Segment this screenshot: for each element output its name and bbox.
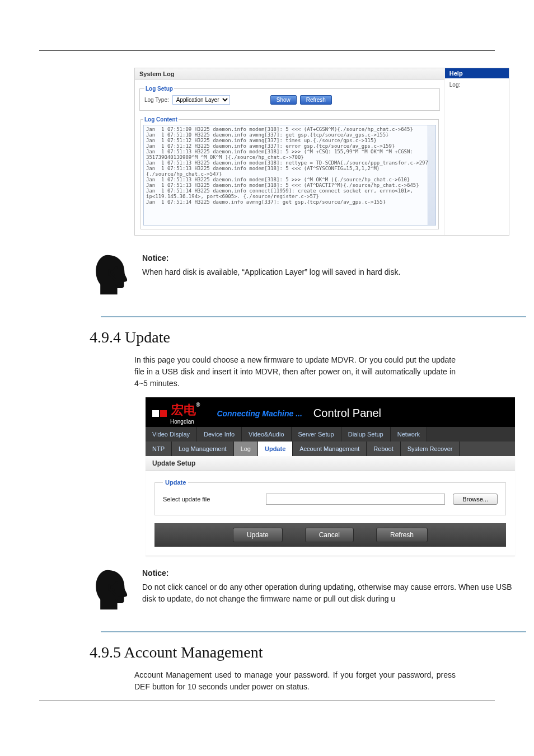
brand-cn: 宏电 <box>171 403 196 417</box>
update-button[interactable]: Update <box>233 528 283 542</box>
browse-button[interactable]: Browse... <box>453 494 498 505</box>
tab-ntp[interactable]: NTP <box>146 442 172 456</box>
sub-tabs: NTP Log Management Log Update Account Ma… <box>146 442 515 456</box>
log-content-fieldset: Log Content Jan 1 07:51:09 H3225 daemon.… <box>140 116 439 229</box>
select-file-label: Select update file <box>163 496 258 503</box>
log-setup-fieldset: Log Setup Log Type: Application Layer Sh… <box>139 86 440 111</box>
heading-update: 4.9.4 Update <box>90 328 495 346</box>
para-account: Account Management used to manage your p… <box>134 669 456 693</box>
head-silhouette-icon <box>90 567 134 612</box>
tab-server-setup[interactable]: Server Setup <box>292 427 341 442</box>
scrollbar[interactable] <box>428 125 435 225</box>
help-title: Help <box>445 68 509 78</box>
update-screenshot: 宏电® Hongdian Connecting Machine ... Cont… <box>146 397 515 556</box>
update-fieldset: Update Select update file Browse... <box>154 479 506 515</box>
help-body: Log: <box>445 78 509 91</box>
tab-system-recover[interactable]: System Recover <box>401 442 460 456</box>
page-bottom-rule <box>39 701 495 701</box>
notice1-body: When hard disk is available, “Applicatio… <box>142 267 400 276</box>
log-content-textarea[interactable]: Jan 1 07:51:09 H3225 daemon.info modem[3… <box>143 125 436 226</box>
update-legend: Update <box>163 479 188 486</box>
tab-update[interactable]: Update <box>258 442 293 456</box>
section-rule-2 <box>101 631 526 632</box>
log-type-label: Log Type: <box>144 97 169 103</box>
brand-reg: ® <box>196 402 200 408</box>
tab-account-mgmt[interactable]: Account Management <box>293 442 367 456</box>
control-panel: Control Panel <box>313 407 381 420</box>
log-setup-legend: Log Setup <box>144 86 174 92</box>
log-content-legend: Log Content <box>143 116 179 123</box>
tab-video-audio[interactable]: Video&Audio <box>242 427 291 442</box>
log-text: Jan 1 07:51:09 H3225 daemon.info modem[3… <box>146 126 434 205</box>
section-rule-1 <box>101 316 526 317</box>
tab-video-display[interactable]: Video Display <box>146 427 197 442</box>
tab-reboot[interactable]: Reboot <box>367 442 400 456</box>
log-type-select[interactable]: Application Layer <box>172 95 230 105</box>
refresh-button-2[interactable]: Refresh <box>376 528 428 542</box>
help-pane: Help Log: <box>444 68 509 235</box>
file-path-input[interactable] <box>266 494 445 505</box>
connecting-machine: Connecting Machine ... <box>217 409 302 418</box>
notice1-heading: Notice: <box>142 252 526 264</box>
action-bar: Update Cancel Refresh <box>154 523 506 547</box>
system-log-title: System Log <box>135 68 444 80</box>
tab-device-info[interactable]: Device Info <box>197 427 242 442</box>
brand-en: Hongdian <box>170 419 200 425</box>
tab-log-management[interactable]: Log Management <box>172 442 234 456</box>
tab-dialup-setup[interactable]: Dialup Setup <box>341 427 391 442</box>
main-tabs: Video Display Device Info Video&Audio Se… <box>146 427 515 442</box>
logo-icon: 宏电® Hongdian <box>152 402 200 425</box>
show-button[interactable]: Show <box>270 95 297 105</box>
head-silhouette-icon <box>90 252 134 297</box>
notice2-body: Do not click cancel or do any other oper… <box>142 583 512 603</box>
tab-network[interactable]: Network <box>391 427 427 442</box>
para-update: In this page you could choose a new firm… <box>134 354 456 389</box>
tab-log[interactable]: Log <box>234 442 258 456</box>
brand-bar: 宏电® Hongdian Connecting Machine ... Cont… <box>146 397 515 427</box>
notice-block-2: Notice: Do not click cancel or do any ot… <box>90 567 526 614</box>
notice2-heading: Notice: <box>142 567 526 579</box>
page-top-rule <box>39 50 495 51</box>
system-log-screenshot: System Log Log Setup Log Type: Applicati… <box>134 68 509 236</box>
refresh-button[interactable]: Refresh <box>300 95 332 105</box>
notice-block-1: Notice: When hard disk is available, “Ap… <box>90 252 526 299</box>
update-setup-bar: Update Setup <box>146 456 515 471</box>
heading-account: 4.9.5 Account Management <box>90 644 495 661</box>
cancel-button[interactable]: Cancel <box>305 528 354 542</box>
